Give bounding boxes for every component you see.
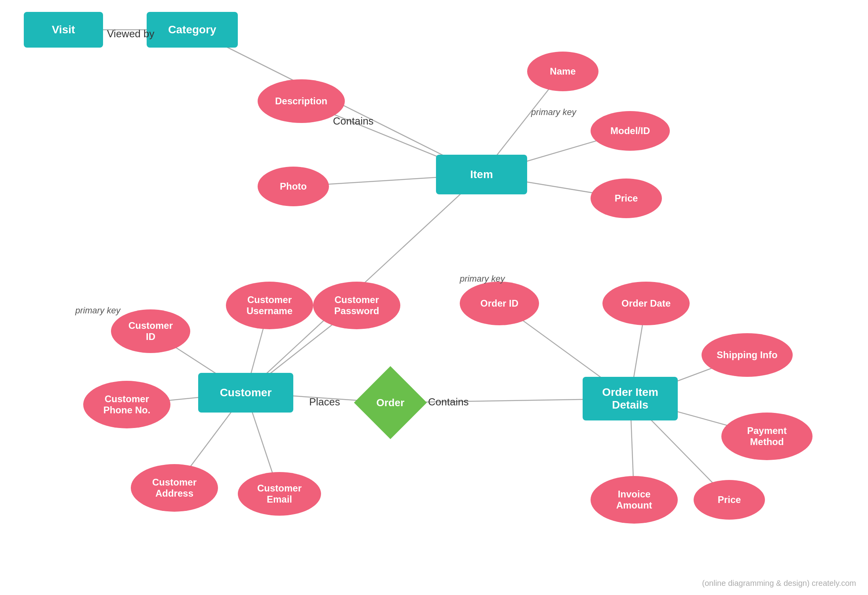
places-label: Places — [309, 396, 340, 408]
customer_id-node[interactable]: Customer ID — [111, 309, 190, 353]
price_order-node[interactable]: Price — [694, 480, 765, 520]
order_id-node[interactable]: Order ID — [460, 282, 539, 325]
model_id-node[interactable]: Model/ID — [591, 111, 670, 151]
primary_key_item-label: primary key — [531, 107, 576, 117]
primary_key_customer-label: primary key — [75, 305, 120, 316]
shipping_info-node[interactable]: Shipping Info — [702, 333, 793, 377]
price_item-node[interactable]: Price — [591, 178, 662, 218]
watermark: (online diagramming & design) creately.c… — [702, 579, 856, 588]
contains_order-label: Contains — [428, 396, 469, 408]
item-node[interactable]: Item — [436, 155, 527, 194]
contains_cat_item-label: Contains — [333, 115, 374, 127]
customer_password-node[interactable]: Customer Password — [313, 282, 400, 329]
order_date-node[interactable]: Order Date — [602, 282, 690, 325]
viewed_by-label: Viewed by — [107, 28, 155, 40]
photo-node[interactable]: Photo — [258, 167, 329, 206]
customer_phone-node[interactable]: Customer Phone No. — [83, 381, 170, 428]
description-node[interactable]: Description — [258, 79, 345, 123]
er-diagram: VisitCategoryItemCustomerOrder Item Deta… — [0, 0, 868, 595]
order_item_details-node[interactable]: Order Item Details — [583, 377, 678, 420]
category-node[interactable]: Category — [147, 12, 238, 48]
payment_method-node[interactable]: Payment Method — [721, 413, 813, 460]
order-node[interactable]: Order — [354, 366, 427, 439]
visit-node[interactable]: Visit — [24, 12, 103, 48]
name-node[interactable]: Name — [527, 52, 598, 91]
customer_address-node[interactable]: Customer Address — [131, 464, 218, 512]
primary_key_order-label: primary key — [460, 274, 505, 284]
customer_email-node[interactable]: Customer Email — [238, 472, 321, 516]
customer_username-node[interactable]: Customer Username — [226, 282, 313, 329]
customer-node[interactable]: Customer — [198, 373, 293, 413]
invoice_amount-node[interactable]: Invoice Amount — [591, 476, 678, 524]
